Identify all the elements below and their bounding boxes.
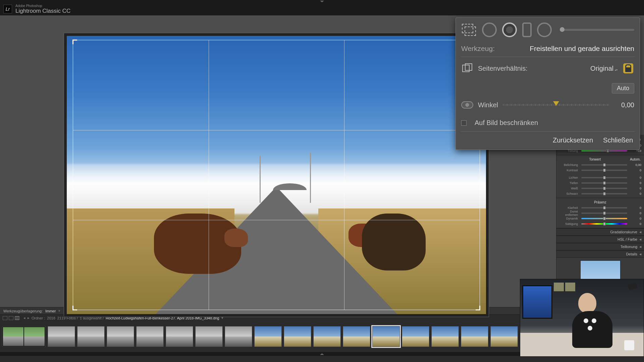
filmstrip-thumbnail-selected[interactable] <box>372 326 400 347</box>
filmstrip-thumbnail[interactable] <box>166 326 193 347</box>
filmstrip-thumbnail[interactable] <box>431 326 459 347</box>
slider-value[interactable]: 0 <box>629 206 641 209</box>
view-mode-single-icon[interactable] <box>3 316 7 320</box>
angle-label: Winkel <box>478 101 498 109</box>
filmstrip-thumbnail[interactable] <box>225 326 252 347</box>
graduated-filter-tool-icon[interactable] <box>522 22 532 37</box>
crop-handle-bottom-right[interactable] <box>476 306 480 310</box>
view-mode-compare-icon[interactable] <box>9 316 13 320</box>
tool-label: Werkzeug: <box>461 45 495 53</box>
filmstrip-thumbnail[interactable] <box>461 326 488 347</box>
angle-value[interactable]: 0,00 <box>614 101 634 109</box>
tool-name: Freistellen und gerade ausrichten <box>530 45 634 53</box>
reset-button[interactable]: Zurücksetzen <box>553 136 593 144</box>
filmstrip-thumbnail[interactable] <box>48 326 75 347</box>
angle-auto-button[interactable]: Auto <box>612 83 634 94</box>
aspect-dropdown[interactable]: Original▴▾ <box>590 65 618 72</box>
panel-header-collapsed[interactable]: HSL / Farbe◀ <box>556 236 644 243</box>
crop-grid-line <box>209 40 209 310</box>
app-subtitle: Lightroom Classic CC <box>15 8 70 14</box>
tone-slider[interactable] <box>581 164 627 166</box>
webcam-scene <box>520 279 644 356</box>
slider-label: Kontrast <box>559 169 579 172</box>
grid-icon[interactable] <box>15 316 19 320</box>
panel-title: Teiltonung <box>621 245 637 249</box>
presence-slider-row: Dynamik 0 <box>559 216 641 221</box>
filmstrip-thumbnail[interactable] <box>107 326 134 347</box>
crop-grid-line <box>73 220 480 220</box>
slider-value[interactable]: 0 <box>629 217 641 220</box>
constrain-to-image-checkbox[interactable] <box>461 120 467 126</box>
tone-slider[interactable] <box>581 188 627 189</box>
filmstrip-thumbnail[interactable] <box>136 326 164 347</box>
filmstrip-thumbnail[interactable] <box>313 326 341 347</box>
slider-value[interactable]: 0 <box>629 176 641 179</box>
tint-slider[interactable] <box>581 150 627 152</box>
tone-slider[interactable] <box>581 193 627 194</box>
slider-value[interactable]: 0,00 <box>629 163 641 167</box>
crop-handle-bottom-left[interactable] <box>72 306 77 310</box>
tone-slider[interactable] <box>581 177 627 178</box>
tool-strip <box>461 21 635 42</box>
aspect-ratio-icon[interactable] <box>461 62 473 74</box>
path-folder-label: Ordner : <box>32 316 45 320</box>
slider-value[interactable]: 0 <box>629 212 641 215</box>
tone-slider-row: Lichter 0 <box>559 175 641 180</box>
app-title-wrap: Adobe Photoshop Lightroom Classic CC <box>15 4 70 14</box>
panel-header-collapsed[interactable]: Gradationskurve◀ <box>556 228 644 236</box>
webcam-lamp <box>620 282 640 302</box>
redeye-tool-icon[interactable] <box>502 22 517 37</box>
filmstrip-thumbnail[interactable] <box>254 326 282 347</box>
filmstrip-thumbnail[interactable] <box>195 326 223 347</box>
panel-header-collapsed[interactable]: Teiltonung◀ <box>556 243 644 250</box>
aspect-label: Seitenverhältnis: <box>478 65 586 72</box>
filmstrip-thumbnail[interactable] <box>2 326 46 347</box>
presence-slider[interactable] <box>581 207 627 208</box>
crop-tool-icon[interactable] <box>461 23 477 37</box>
chevron-left-icon: ◀ <box>639 238 641 241</box>
slider-label: Lichter <box>559 176 579 179</box>
filmstrip-thumbnail[interactable] <box>77 326 105 347</box>
overlay-label: Werkzeugüberlagerung: <box>3 309 43 313</box>
slider-value[interactable]: 0 <box>629 222 641 226</box>
slider-value[interactable]: 0 <box>629 181 641 185</box>
image-preview[interactable] <box>67 36 486 314</box>
image-frame[interactable] <box>64 33 489 317</box>
radial-filter-tool-icon[interactable] <box>537 22 552 37</box>
slider-label: Tiefen <box>559 181 579 185</box>
mask-amount-slider[interactable] <box>560 29 634 31</box>
presence-slider[interactable] <box>581 223 627 225</box>
angle-slider[interactable] <box>503 104 609 106</box>
crop-handle-top-left[interactable] <box>72 40 77 44</box>
top-collapse-handle[interactable] <box>0 0 644 3</box>
filmstrip-thumbnail[interactable] <box>490 326 518 347</box>
aspect-lock-button[interactable] <box>622 62 634 74</box>
angle-slider-thumb[interactable] <box>553 101 559 106</box>
nav-back-icon[interactable]: ◂ <box>23 316 25 320</box>
webcam-person <box>572 293 602 343</box>
close-button[interactable]: Schließen <box>603 136 633 144</box>
filmstrip-thumbnail[interactable] <box>402 326 429 347</box>
slider-value[interactable]: 0 <box>629 187 641 190</box>
nav-forward-icon[interactable]: ▸ <box>28 316 30 320</box>
tone-slider[interactable] <box>581 182 627 184</box>
tone-slider-row: Tiefen 0 <box>559 180 641 186</box>
path-year[interactable]: 2018 <box>47 316 55 320</box>
tone-auto-button[interactable]: Autom. <box>630 158 641 161</box>
spot-removal-tool-icon[interactable] <box>482 22 497 37</box>
presence-slider[interactable] <box>581 218 627 219</box>
chevron-left-icon: ◀ <box>639 231 641 234</box>
tone-slider[interactable] <box>581 170 627 171</box>
crop-overlay[interactable] <box>73 40 480 310</box>
slider-value[interactable]: 0 <box>629 192 641 195</box>
filmstrip-thumbnail[interactable] <box>284 326 311 347</box>
tone-header: Tonwert <box>589 158 601 161</box>
filmstrip-thumbnail[interactable] <box>343 326 370 347</box>
presence-slider[interactable] <box>581 213 627 214</box>
lock-icon <box>623 63 633 73</box>
tone-slider-row: Weiß 0 <box>559 186 641 191</box>
straighten-tool-icon[interactable] <box>461 99 473 111</box>
slider-value[interactable]: 0 <box>629 169 641 172</box>
overlay-mode-dropdown[interactable]: Immer <box>45 309 56 313</box>
panel-header-collapsed[interactable]: Details◀ <box>556 250 644 258</box>
